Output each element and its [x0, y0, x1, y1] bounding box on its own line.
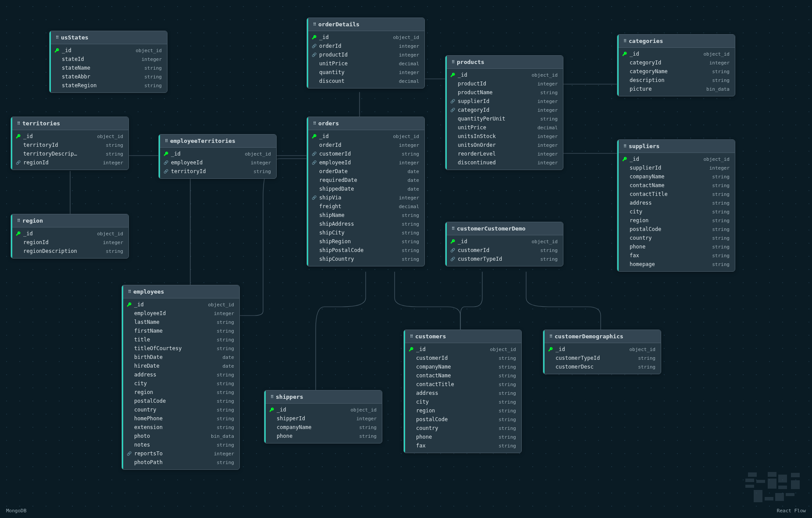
table-column[interactable]: 🔗customerIdstring	[445, 246, 563, 255]
table-column[interactable]: unitPricedecimal	[445, 123, 563, 132]
table-customers[interactable]: ⠿customers🔑_idobject_idcustomerIdstringc…	[403, 330, 522, 453]
drag-handle-icon[interactable]: ⠿	[452, 226, 454, 231]
table-column[interactable]: 🔑_idobject_id	[307, 132, 424, 141]
table-column[interactable]: addressstring	[122, 370, 239, 379]
table-column[interactable]: homepagestring	[617, 260, 735, 269]
table-column[interactable]: regionDescriptionstring	[11, 247, 128, 255]
table-orders[interactable]: ⠿orders🔑_idobject_idorderIdinteger🔗custo…	[306, 117, 425, 266]
table-column[interactable]: titlestring	[122, 335, 239, 344]
table-column[interactable]: customerIdstring	[404, 354, 521, 362]
table-header[interactable]: ⠿categories	[617, 35, 735, 48]
table-column[interactable]: faxstring	[404, 441, 521, 450]
table-column[interactable]: shipperIdinteger	[264, 414, 382, 423]
table-header[interactable]: ⠿products	[445, 56, 563, 69]
drag-handle-icon[interactable]: ⠿	[452, 60, 454, 64]
table-column[interactable]: 🔑_idobject_id	[11, 132, 128, 141]
table-header[interactable]: ⠿employees	[122, 285, 239, 298]
table-header[interactable]: ⠿orderDetails	[307, 18, 424, 31]
table-column[interactable]: discountdecimal	[307, 77, 424, 85]
table-column[interactable]: 🔗supplierIdinteger	[445, 97, 563, 106]
table-column[interactable]: 🔗reportsTointeger	[122, 449, 239, 458]
drag-handle-icon[interactable]: ⠿	[410, 334, 413, 339]
drag-handle-icon[interactable]: ⠿	[56, 35, 58, 40]
table-column[interactable]: regionstring	[617, 216, 735, 225]
table-column[interactable]: shipNamestring	[307, 211, 424, 220]
diagram-canvas[interactable]: ⠿usStates🔑_idobject_idstateIdintegerstat…	[0, 0, 812, 518]
table-column[interactable]: titleOfCourtesystring	[122, 344, 239, 353]
table-header[interactable]: ⠿suppliers	[617, 140, 735, 153]
table-header[interactable]: ⠿customerCustomerDemo	[445, 222, 563, 235]
table-column[interactable]: unitPricedecimal	[307, 59, 424, 68]
table-column[interactable]: postalCodestring	[122, 397, 239, 405]
table-column[interactable]: orderIdinteger	[307, 141, 424, 149]
table-header[interactable]: ⠿customers	[404, 330, 521, 343]
table-column[interactable]: discontinuedinteger	[445, 158, 563, 167]
table-column[interactable]: faxstring	[617, 251, 735, 260]
table-column[interactable]: stateNamestring	[50, 64, 167, 72]
table-column[interactable]: companyNamestring	[264, 423, 382, 432]
table-region[interactable]: ⠿region🔑_idobject_idregionIdintegerregio…	[11, 214, 129, 259]
table-column[interactable]: shippedDatedate	[307, 184, 424, 193]
table-column[interactable]: quantityPerUnitstring	[445, 114, 563, 123]
table-column[interactable]: quantityinteger	[307, 68, 424, 77]
table-header[interactable]: ⠿customerDemographics	[543, 330, 661, 343]
table-column[interactable]: 🔗orderIdinteger	[307, 42, 424, 50]
table-column[interactable]: phonestring	[264, 432, 382, 440]
table-column[interactable]: photoPathstring	[122, 458, 239, 467]
table-column[interactable]: customerDescstring	[543, 362, 661, 371]
table-column[interactable]: productNamestring	[445, 88, 563, 97]
table-column[interactable]: citystring	[617, 207, 735, 216]
table-column[interactable]: 🔑_idobject_id	[404, 345, 521, 354]
table-column[interactable]: 🔗customerIdstring	[307, 149, 424, 158]
table-column[interactable]: 🔑_idobject_id	[122, 300, 239, 309]
table-column[interactable]: extensionstring	[122, 423, 239, 432]
table-column[interactable]: contactNamestring	[404, 371, 521, 380]
table-column[interactable]: 🔑_idobject_id	[264, 405, 382, 414]
table-column[interactable]: 🔗employeeIdinteger	[307, 158, 424, 167]
table-column[interactable]: categoryNamestring	[617, 67, 735, 76]
table-column[interactable]: countrystring	[617, 234, 735, 242]
table-column[interactable]: shipPostalCodestring	[307, 246, 424, 255]
table-column[interactable]: 🔑_idobject_id	[445, 237, 563, 246]
table-column[interactable]: stateIdinteger	[50, 55, 167, 64]
table-column[interactable]: descriptionstring	[617, 76, 735, 85]
table-column[interactable]: 🔑_idobject_id	[11, 229, 128, 238]
table-column[interactable]: 🔗territoryIdstring	[159, 167, 276, 176]
table-column[interactable]: reorderLevelinteger	[445, 149, 563, 158]
table-column[interactable]: shipCountrystring	[307, 255, 424, 263]
drag-handle-icon[interactable]: ⠿	[313, 22, 316, 27]
table-column[interactable]: firstNamestring	[122, 326, 239, 335]
table-column[interactable]: photobin_data	[122, 432, 239, 440]
drag-handle-icon[interactable]: ⠿	[165, 138, 167, 143]
drag-handle-icon[interactable]: ⠿	[128, 289, 131, 294]
table-column[interactable]: 🔑_idobject_id	[445, 71, 563, 79]
table-column[interactable]: postalCodestring	[404, 415, 521, 424]
table-column[interactable]: shipCitystring	[307, 228, 424, 237]
table-column[interactable]: 🔗employeeIdinteger	[159, 158, 276, 167]
table-column[interactable]: countrystring	[122, 405, 239, 414]
table-categories[interactable]: ⠿categories🔑_idobject_idcategoryIdintege…	[617, 34, 735, 96]
table-column[interactable]: citystring	[122, 379, 239, 388]
table-column[interactable]: picturebin_data	[617, 85, 735, 93]
table-column[interactable]: requiredDatedate	[307, 176, 424, 184]
table-column[interactable]: contactNamestring	[617, 181, 735, 190]
table-column[interactable]: notesstring	[122, 440, 239, 449]
table-column[interactable]: regionIdinteger	[11, 238, 128, 247]
table-column[interactable]: phonestring	[404, 433, 521, 441]
table-column[interactable]: regionstring	[122, 388, 239, 397]
table-products[interactable]: ⠿products🔑_idobject_idproductIdintegerpr…	[445, 55, 563, 170]
table-column[interactable]: regionstring	[404, 406, 521, 415]
table-column[interactable]: supplierIdinteger	[617, 163, 735, 172]
table-column[interactable]: countrystring	[404, 424, 521, 433]
table-orderDetails[interactable]: ⠿orderDetails🔑_idobject_id🔗orderIdintege…	[306, 18, 425, 89]
table-column[interactable]: stateRegionstring	[50, 81, 167, 90]
table-column[interactable]: addressstring	[617, 199, 735, 207]
table-column[interactable]: 🔑_idobject_id	[617, 50, 735, 58]
table-column[interactable]: 🔑_idobject_id	[617, 155, 735, 163]
table-column[interactable]: 🔑_idobject_id	[307, 33, 424, 42]
table-column[interactable]: freightdecimal	[307, 202, 424, 211]
table-column[interactable]: contactTitlestring	[404, 380, 521, 389]
table-column[interactable]: 🔑_idobject_id	[50, 46, 167, 55]
table-column[interactable]: 🔗shipViainteger	[307, 193, 424, 202]
table-column[interactable]: shipRegionstring	[307, 237, 424, 246]
